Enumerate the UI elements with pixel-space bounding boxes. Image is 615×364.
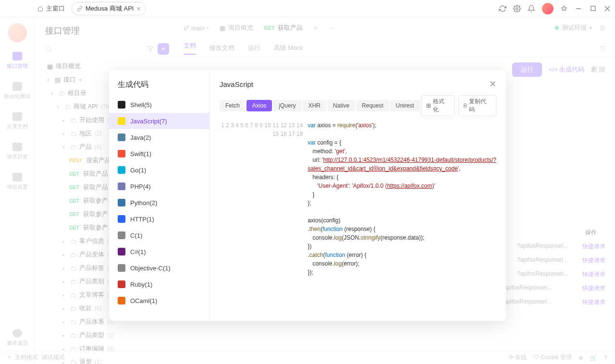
lang-item[interactable]: Java(2) — [109, 129, 209, 146]
home-tab[interactable]: 主窗口 — [33, 2, 70, 15]
lang-item[interactable]: Go(1) — [109, 162, 209, 178]
lang-item[interactable]: PHP(4) — [109, 178, 209, 194]
lang-item[interactable]: C(1) — [109, 227, 209, 243]
lang-item[interactable]: Swift(1) — [109, 146, 209, 162]
lib-tab[interactable]: jQuery — [273, 100, 301, 111]
gen-code-modal: 生成代码 Shell(5)JavaScript(7)Java(2)Swift(1… — [109, 70, 506, 321]
maximize-icon[interactable] — [589, 5, 597, 12]
svg-rect-2 — [590, 6, 595, 11]
lib-tab[interactable]: Axios — [246, 100, 272, 111]
lang-item[interactable]: C#(1) — [109, 243, 209, 260]
pin-icon[interactable] — [560, 5, 568, 12]
close-window-icon[interactable] — [603, 5, 611, 12]
refresh-icon[interactable] — [499, 5, 506, 12]
active-tab-label: Medusa 商城 API — [86, 4, 134, 13]
home-icon — [37, 6, 43, 12]
active-tab[interactable]: Medusa 商城 API × — [72, 2, 146, 15]
tab-close-icon[interactable]: × — [136, 5, 140, 12]
modal-lang-title: JavaScript — [220, 80, 253, 88]
lib-tab[interactable]: Fetch — [220, 100, 246, 111]
code-area[interactable]: 1 2 3 4 5 6 7 8 9 10 11 12 13 14 15 16 1… — [210, 121, 506, 321]
modal-overlay: 生成代码 Shell(5)JavaScript(7)Java(2)Swift(1… — [0, 17, 615, 364]
lib-tab[interactable]: Native — [327, 100, 355, 111]
lang-item[interactable]: HTTP(1) — [109, 211, 209, 227]
bell-icon[interactable] — [528, 5, 535, 12]
lib-tab[interactable]: XHR — [303, 100, 326, 111]
modal-title: 生成代码 — [109, 80, 209, 97]
lib-tab[interactable]: Unirest — [390, 100, 420, 111]
lang-item[interactable]: JavaScript(7) — [109, 113, 209, 129]
settings-icon[interactable] — [513, 5, 521, 12]
format-button[interactable]: ⊞ 格式化 — [421, 95, 455, 116]
avatar[interactable] — [542, 3, 554, 14]
lang-item[interactable]: Shell(5) — [109, 97, 209, 113]
lang-item[interactable]: Objective-C(1) — [109, 260, 209, 276]
svg-point-0 — [516, 8, 518, 10]
lib-tab[interactable]: Request — [356, 100, 389, 111]
home-tab-label: 主窗口 — [46, 4, 65, 13]
copy-code-button[interactable]: ⎘ 复制代码 — [458, 95, 496, 116]
minimize-icon[interactable] — [575, 5, 582, 12]
lang-item[interactable]: OCaml(1) — [109, 292, 209, 309]
lang-item[interactable]: Ruby(1) — [109, 276, 209, 292]
titlebar: 主窗口 Medusa 商城 API × — [0, 0, 615, 17]
link-icon — [77, 6, 83, 12]
lang-item[interactable]: Python(2) — [109, 194, 209, 211]
modal-close-icon[interactable]: ✕ — [489, 79, 496, 89]
